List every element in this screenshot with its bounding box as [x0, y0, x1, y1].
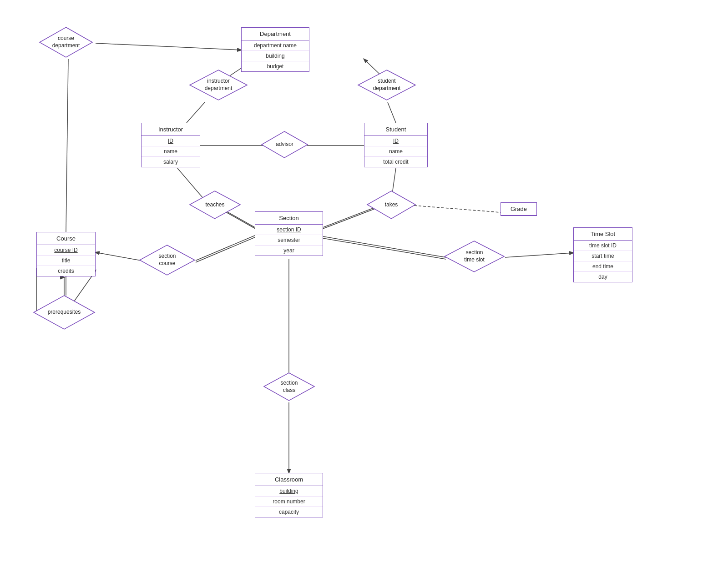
- attr-ts-start: start time: [574, 251, 632, 261]
- rel-section-course: sectioncourse: [139, 244, 196, 276]
- svg-line-1: [66, 59, 68, 232]
- attr-course-title: title: [37, 256, 95, 266]
- entity-department: Department department name building budg…: [241, 27, 309, 72]
- rel-course-dept-label: coursedepartment: [52, 35, 80, 49]
- rel-advisor-label: advisor: [276, 141, 293, 148]
- rel-takes: takes: [366, 190, 416, 220]
- attr-classroom-cap: capacity: [255, 507, 323, 517]
- rel-teaches: teaches: [189, 190, 241, 220]
- attr-section-year: year: [255, 246, 323, 256]
- svg-line-16: [196, 237, 255, 262]
- entity-section: Section section ID semester year: [255, 211, 323, 256]
- attr-ts-id: time slot ID: [574, 241, 632, 251]
- entity-instructor: Instructor ID name salary: [141, 123, 200, 167]
- rel-advisor: advisor: [261, 130, 308, 159]
- rel-prerequesites: prerequesites: [33, 295, 96, 330]
- er-diagram: Department department name building budg…: [0, 0, 728, 582]
- entity-timeslot: Time Slot time slot ID start time end ti…: [573, 227, 632, 282]
- entity-student: Student ID name total credit: [364, 123, 428, 167]
- attr-instr-salary: salary: [142, 157, 200, 167]
- attr-student-credit: total credit: [364, 157, 427, 167]
- entity-student-title: Student: [364, 123, 427, 136]
- attr-course-id: course ID: [37, 245, 95, 256]
- attr-section-id: section ID: [255, 225, 323, 235]
- svg-line-3: [187, 102, 205, 123]
- svg-line-20: [323, 236, 446, 257]
- attr-dept-budget: budget: [242, 61, 309, 71]
- rel-takes-label: takes: [385, 201, 398, 209]
- svg-line-14: [414, 206, 500, 212]
- attr-dept-name: department name: [242, 40, 309, 51]
- entity-classroom: Classroom building room number capacity: [255, 473, 323, 517]
- rel-teaches-label: teaches: [205, 201, 224, 209]
- svg-line-5: [388, 102, 396, 123]
- entity-course: Course course ID title credits: [36, 232, 96, 276]
- entity-timeslot-title: Time Slot: [574, 228, 632, 241]
- entity-classroom-title: Classroom: [255, 473, 323, 486]
- attr-section-semester: semester: [255, 235, 323, 246]
- entity-department-title: Department: [242, 28, 309, 40]
- attr-ts-day: day: [574, 272, 632, 282]
- entity-grade-title: Grade: [501, 203, 536, 216]
- rel-student-department: studentdepartment: [357, 69, 416, 101]
- rel-section-class-label: sectionclass: [280, 380, 298, 394]
- attr-dept-building: building: [242, 51, 309, 61]
- entity-instructor-title: Instructor: [142, 123, 200, 136]
- rel-section-timeslot-label: sectiontime slot: [464, 249, 485, 263]
- rel-student-dept-label: studentdepartment: [373, 78, 401, 92]
- entity-grade: Grade: [500, 202, 537, 216]
- attr-student-id: ID: [364, 136, 427, 146]
- rel-course-department: coursedepartment: [39, 26, 93, 58]
- rel-section-timeslot: sectiontime slot: [444, 240, 505, 273]
- attr-classroom-building: building: [255, 486, 323, 497]
- attr-course-credits: credits: [37, 266, 95, 276]
- rel-prereq-label: prerequesites: [48, 309, 81, 316]
- svg-line-0: [96, 43, 241, 50]
- entity-course-title: Course: [37, 232, 95, 245]
- svg-line-15: [196, 236, 255, 261]
- attr-student-name: name: [364, 146, 427, 157]
- attr-instr-id: ID: [142, 136, 200, 146]
- attr-instr-name: name: [142, 146, 200, 157]
- attr-ts-end: end time: [574, 261, 632, 272]
- rel-section-class: sectionclass: [263, 372, 315, 401]
- rel-instructor-department: instructordepartment: [189, 69, 248, 101]
- svg-line-22: [505, 253, 573, 257]
- rel-section-course-label: sectioncourse: [158, 253, 176, 267]
- entity-section-title: Section: [255, 212, 323, 225]
- svg-line-21: [323, 238, 446, 259]
- svg-line-17: [96, 252, 141, 261]
- rel-instr-dept-label: instructordepartment: [205, 78, 233, 92]
- attr-classroom-room: room number: [255, 497, 323, 507]
